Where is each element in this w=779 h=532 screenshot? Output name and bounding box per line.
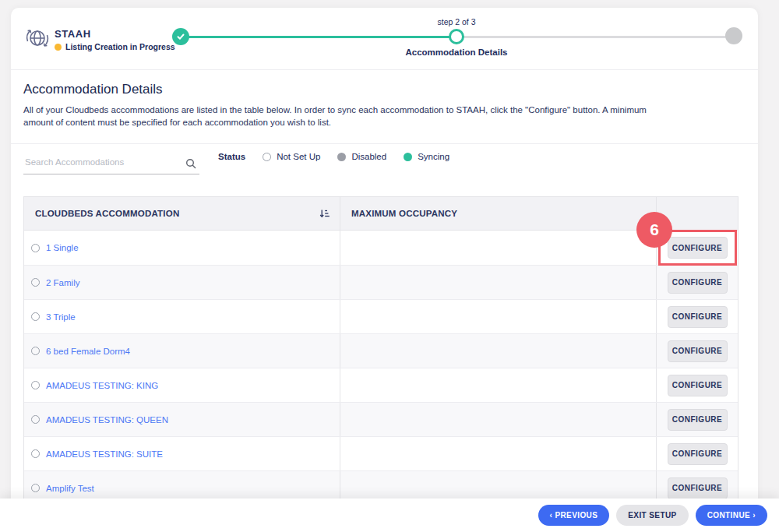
row-status-not-set-up-icon xyxy=(31,484,40,492)
occupancy-cell xyxy=(340,334,656,368)
row-status-not-set-up-icon xyxy=(31,244,40,252)
row-status-not-set-up-icon xyxy=(31,278,40,287)
table-body: 1 SingleCONFIGURE2 FamilyCONFIGURE3 Trip… xyxy=(24,231,738,505)
status-legend-label: Status xyxy=(218,152,245,161)
legend-item: Disabled xyxy=(337,152,386,161)
step-2-current-icon xyxy=(449,29,464,44)
legend-status-dot-icon xyxy=(404,153,412,161)
accommodation-link[interactable]: 1 Single xyxy=(46,243,79,252)
row-status-not-set-up-icon xyxy=(31,449,40,458)
stepper-step-title: Accommodation Details xyxy=(363,48,550,57)
brand-name: STAAH xyxy=(55,28,91,40)
pending-status-dot-icon xyxy=(55,44,62,51)
legend-item-label: Disabled xyxy=(351,152,386,161)
row-status-not-set-up-icon xyxy=(31,312,40,321)
table-row: 2 FamilyCONFIGURE xyxy=(24,265,738,299)
configure-button[interactable]: CONFIGURE xyxy=(668,237,728,259)
previous-button[interactable]: ‹ PREVIOUS xyxy=(538,505,610,526)
configure-button[interactable]: CONFIGURE xyxy=(668,375,728,396)
legend-status-dot-icon xyxy=(263,153,271,161)
staah-sync-globe-icon xyxy=(23,23,52,53)
table-header-row: CLOUDBEDS ACCOMMODATION MAXIMUM OCCUPANC… xyxy=(24,197,738,231)
occupancy-cell xyxy=(340,403,656,436)
continue-button[interactable]: CONTINUE › xyxy=(696,505,767,526)
page-description: All of your Cloudbeds accommodations are… xyxy=(23,104,647,129)
step-3-upcoming-icon xyxy=(725,27,742,44)
search-box xyxy=(23,154,199,174)
occupancy-cell xyxy=(340,231,656,265)
status-legend: Status Not Set UpDisabledSyncing xyxy=(218,152,449,161)
row-status-not-set-up-icon xyxy=(31,347,40,355)
brand-status: Listing Creation in Progress xyxy=(55,42,175,51)
row-status-not-set-up-icon xyxy=(31,381,40,389)
stepper-line-complete xyxy=(189,36,450,38)
brand-status-label: Listing Creation in Progress xyxy=(65,42,175,51)
legend-item-label: Not Set Up xyxy=(277,152,320,161)
accommodation-link[interactable]: 3 Triple xyxy=(46,312,76,322)
table-row: AMADEUS TESTING: SUITECONFIGURE xyxy=(24,436,738,470)
accommodation-link[interactable]: 2 Family xyxy=(46,278,79,287)
page-title: Accommodation Details xyxy=(23,82,163,97)
configure-button[interactable]: CONFIGURE xyxy=(668,409,728,431)
header: STAAH Listing Creation in Progress step … xyxy=(11,8,758,70)
page: STAAH Listing Creation in Progress step … xyxy=(0,0,779,532)
exit-setup-button[interactable]: EXIT SETUP xyxy=(616,505,688,526)
table-row: 6 bed Female Dorm4CONFIGURE xyxy=(24,333,738,368)
accommodation-link[interactable]: Amplify Test xyxy=(46,484,94,493)
column-header-accommodation[interactable]: CLOUDBEDS ACCOMMODATION xyxy=(24,197,340,230)
accommodation-link[interactable]: 6 bed Female Dorm4 xyxy=(46,347,130,356)
legend-item-label: Syncing xyxy=(418,152,449,161)
annotation-step-badge: 6 xyxy=(636,212,672,248)
occupancy-cell xyxy=(340,437,656,470)
table-row: AMADEUS TESTING: KINGCONFIGURE xyxy=(24,368,738,402)
accommodation-link[interactable]: AMADEUS TESTING: QUEEN xyxy=(46,415,168,425)
configure-button[interactable]: CONFIGURE xyxy=(668,340,728,362)
search-icon[interactable] xyxy=(185,158,196,169)
wizard-footer: ‹ PREVIOUS EXIT SETUP CONTINUE › xyxy=(0,499,779,532)
configure-button[interactable]: CONFIGURE xyxy=(668,443,728,465)
controls-row: Status Not Set UpDisabledSyncing xyxy=(11,144,758,196)
main-card: STAAH Listing Creation in Progress step … xyxy=(11,8,758,532)
table-row: 1 SingleCONFIGURE xyxy=(24,231,738,265)
sort-ascending-icon[interactable] xyxy=(319,208,330,219)
stepper-line-upcoming xyxy=(463,36,726,38)
accommodation-link[interactable]: AMADEUS TESTING: SUITE xyxy=(46,449,163,459)
accommodation-link[interactable]: AMADEUS TESTING: KING xyxy=(46,381,158,390)
occupancy-cell xyxy=(340,368,656,402)
row-status-not-set-up-icon xyxy=(31,415,40,424)
table-row: AMADEUS TESTING: QUEENCONFIGURE xyxy=(24,402,738,436)
legend-item: Syncing xyxy=(404,152,449,161)
step-1-complete-icon xyxy=(172,28,189,45)
intro-section: Accommodation Details All of your Cloudb… xyxy=(11,70,758,144)
stepper-progress-label: step 2 of 3 xyxy=(394,17,519,26)
configure-button[interactable]: CONFIGURE xyxy=(668,272,728,294)
legend-item[interactable]: Not Set Up xyxy=(263,152,320,161)
column-header-occupancy[interactable]: MAXIMUM OCCUPANCY xyxy=(340,197,656,230)
legend-status-dot-icon xyxy=(337,153,346,161)
search-input[interactable] xyxy=(23,154,179,174)
occupancy-cell xyxy=(340,266,656,299)
table-row: 3 TripleCONFIGURE xyxy=(24,299,738,333)
configure-button[interactable]: CONFIGURE xyxy=(668,306,728,328)
accommodations-table: CLOUDBEDS ACCOMMODATION MAXIMUM OCCUPANC… xyxy=(23,196,738,506)
occupancy-cell xyxy=(340,300,656,333)
configure-button[interactable]: CONFIGURE xyxy=(668,477,728,499)
